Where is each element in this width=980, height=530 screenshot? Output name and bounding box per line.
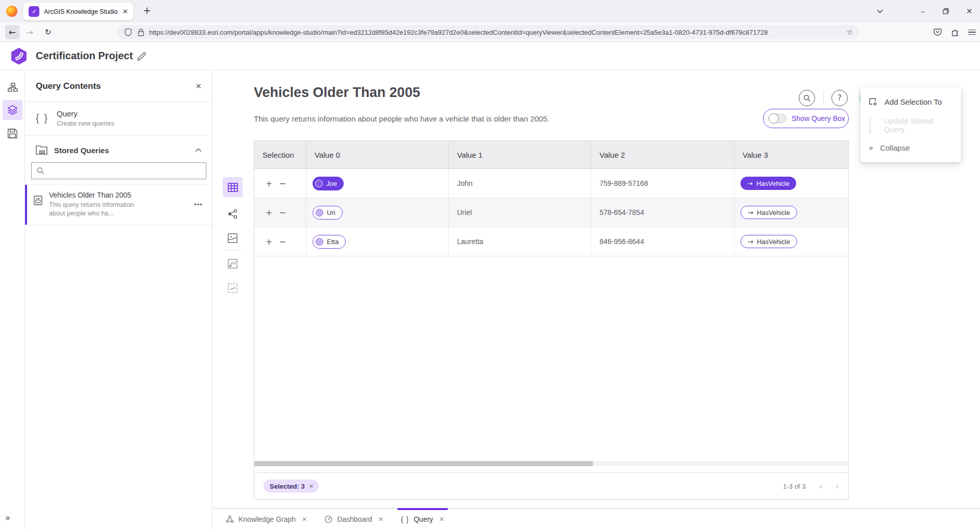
results-table: Selection Value 0 Value 1 Value 2 Value … xyxy=(254,140,849,500)
arrow-right-icon: → xyxy=(748,238,753,246)
shield-icon[interactable] xyxy=(125,28,132,36)
search-button[interactable] xyxy=(799,90,815,106)
stored-queries-header[interactable]: Stored Queries xyxy=(25,136,212,160)
relationship-pill[interactable]: →HasVehicle xyxy=(740,177,796,190)
entity-circle-icon xyxy=(315,180,323,187)
window-minimize-icon[interactable]: – xyxy=(914,0,931,22)
add-to-selection-icon[interactable]: + xyxy=(266,179,272,188)
header-divider xyxy=(823,90,824,106)
stored-queries-search[interactable] xyxy=(31,162,206,179)
menu-item-add-selection-to[interactable]: Add Selection To xyxy=(861,90,961,113)
value1-cell: Uriel xyxy=(449,198,591,227)
toggle-switch[interactable] xyxy=(769,114,786,123)
new-map-from-selection-icon[interactable] xyxy=(223,254,243,274)
stored-queries-title: Stored Queries xyxy=(54,146,188,155)
url-text: https://dev0028833.esri.com/portal/apps/… xyxy=(149,29,842,36)
add-to-selection-icon[interactable]: + xyxy=(266,237,272,247)
browser-tab-strip: ArcGIS Knowledge Studio ✕ + – ✕ xyxy=(0,0,980,22)
menu-item-collapse[interactable]: » Collapse xyxy=(861,136,961,159)
context-menu: Add Selection To { } Update Stored Query… xyxy=(861,87,961,162)
chevron-up-icon[interactable] xyxy=(195,148,202,152)
bookmark-star-icon[interactable]: ☆ xyxy=(847,28,853,37)
extensions-icon[interactable] xyxy=(951,28,959,36)
horizontal-scrollbar[interactable] xyxy=(254,461,848,466)
link-chart-icon[interactable] xyxy=(223,204,243,224)
url-bar[interactable]: https://dev0028833.esri.com/portal/apps/… xyxy=(117,25,859,39)
braces-icon: { } xyxy=(401,515,409,523)
query-item-subtitle: Create new queries xyxy=(57,119,114,127)
scrollbar-thumb[interactable] xyxy=(254,461,593,466)
add-selection-icon xyxy=(869,98,878,107)
tab-close-icon[interactable]: ✕ xyxy=(123,8,128,15)
help-button[interactable]: ? xyxy=(831,90,848,106)
tab-close-icon[interactable]: ✕ xyxy=(378,516,384,523)
table-row[interactable]: +− Uri Uriel 578-654-7854 →HasVehicle xyxy=(254,198,848,227)
stored-query-item[interactable]: Vehicles Older Than 2005 This query retu… xyxy=(25,184,212,225)
braces-icon: { } xyxy=(36,112,49,124)
firefox-icon[interactable] xyxy=(6,6,17,17)
search-icon xyxy=(37,167,44,175)
relationship-pill[interactable]: →HasVehicle xyxy=(740,235,797,248)
remove-from-selection-icon[interactable]: − xyxy=(279,237,285,247)
knowledge-graph-icon xyxy=(226,515,234,523)
selection-tools-icon[interactable] xyxy=(223,278,243,298)
stored-query-description: This query returns information about peo… xyxy=(49,201,151,218)
tab-query[interactable]: { } Query ✕ xyxy=(392,509,453,530)
entity-pill[interactable]: Joe xyxy=(313,177,344,190)
toggle-label: Show Query Box xyxy=(792,114,845,123)
tab-close-icon[interactable]: ✕ xyxy=(302,516,307,523)
stored-query-file-icon xyxy=(34,196,42,218)
arcgis-favicon-icon xyxy=(29,6,39,17)
save-icon[interactable] xyxy=(3,124,22,143)
arrow-right-icon: → xyxy=(748,209,753,216)
previous-page-icon[interactable]: ‹ xyxy=(819,481,822,491)
relationship-pill[interactable]: →HasVehicle xyxy=(740,206,797,219)
value1-cell: Lauretta xyxy=(449,227,591,256)
stored-query-title: Vehicles Older Than 2005 xyxy=(49,191,151,199)
table-view-icon[interactable] xyxy=(223,177,243,197)
item-options-ellipsis-icon[interactable]: ••• xyxy=(194,201,203,208)
show-query-box-toggle[interactable]: Show Query Box xyxy=(763,109,849,128)
add-to-selection-icon[interactable]: + xyxy=(266,208,272,218)
list-tabs-chevron-icon[interactable] xyxy=(871,0,889,22)
braces-icon: { } xyxy=(869,116,877,134)
contents-tree-icon[interactable] xyxy=(3,78,22,98)
forward-button[interactable]: → xyxy=(22,25,37,39)
clear-selection-icon[interactable]: ✕ xyxy=(309,483,314,490)
bottom-tab-bar: Knowledge Graph ✕ Dashboard ✕ { } Query … xyxy=(212,508,980,530)
double-chevron-icon: » xyxy=(869,143,873,153)
tab-dashboard[interactable]: Dashboard ✕ xyxy=(316,509,392,530)
selected-count-chip[interactable]: Selected: 3 ✕ xyxy=(264,479,319,493)
remove-from-selection-icon[interactable]: − xyxy=(279,208,285,218)
table-row[interactable]: +− Joe John 759-889-57168 →HasVehicle xyxy=(254,169,848,198)
value2-cell: 846-956-8644 xyxy=(591,227,734,256)
stored-queries-search-input[interactable] xyxy=(49,167,201,175)
tab-close-icon[interactable]: ✕ xyxy=(439,516,444,523)
panel-close-icon[interactable]: ✕ xyxy=(195,82,202,91)
project-title: Certification Project xyxy=(36,50,133,62)
remove-from-selection-icon[interactable]: − xyxy=(279,179,285,188)
value2-cell: 578-654-7854 xyxy=(591,198,734,227)
query-contents-panel: Query Contents ✕ { } Query Create new qu… xyxy=(25,70,212,530)
table-row[interactable]: +− Etta Lauretta 846-956-8644 →HasVehicl… xyxy=(254,227,848,256)
entity-pill[interactable]: Uri xyxy=(313,206,343,220)
entity-pill[interactable]: Etta xyxy=(313,235,346,249)
lock-icon[interactable] xyxy=(138,29,144,36)
new-tab-button[interactable]: + xyxy=(143,5,151,16)
next-page-icon[interactable]: › xyxy=(835,481,839,491)
menu-icon[interactable] xyxy=(968,30,976,35)
browser-tab[interactable]: ArcGIS Knowledge Studio ✕ xyxy=(23,3,133,20)
edit-title-pencil-icon[interactable] xyxy=(137,52,147,61)
layers-icon[interactable] xyxy=(3,100,22,120)
entity-circle-icon xyxy=(316,238,323,246)
back-button[interactable]: ← xyxy=(5,25,19,39)
reload-button[interactable]: ↻ xyxy=(41,25,55,39)
map-icon[interactable] xyxy=(223,228,243,248)
tab-knowledge-graph[interactable]: Knowledge Graph ✕ xyxy=(217,509,316,530)
table-header-row: Selection Value 0 Value 1 Value 2 Value … xyxy=(254,141,848,169)
window-restore-icon[interactable] xyxy=(937,0,954,22)
window-close-icon[interactable]: ✕ xyxy=(961,0,978,22)
expand-rail-icon[interactable]: » xyxy=(5,513,10,523)
new-query-item[interactable]: { } Query Create new queries xyxy=(25,102,212,136)
pocket-icon[interactable] xyxy=(934,29,942,36)
